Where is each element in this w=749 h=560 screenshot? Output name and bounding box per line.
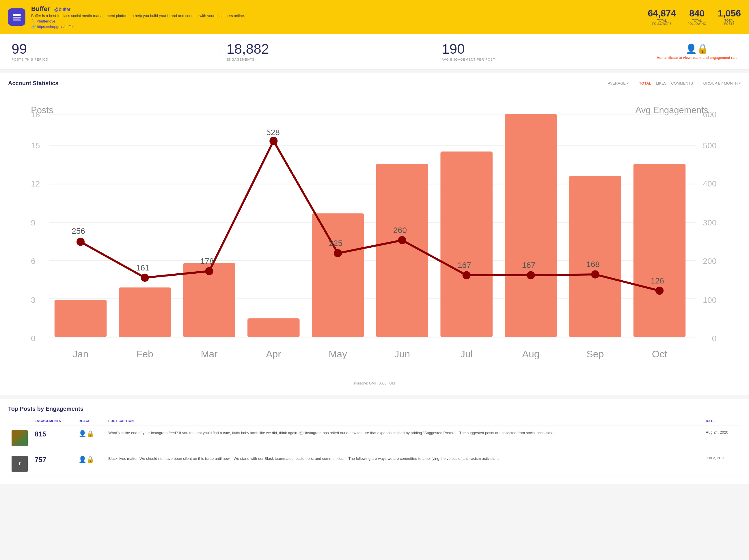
point-sep xyxy=(591,271,599,279)
header-stats: 64,874 TOTALFOLLOWERS 840 TOTALFOLLOWING… xyxy=(648,9,741,25)
following-number: 840 xyxy=(689,9,705,18)
x-jan: Jan xyxy=(73,348,89,359)
svg-text:9: 9 xyxy=(31,218,36,227)
account-statistics-section: Account Statistics AVERAGE ▾ | TOTAL LIK… xyxy=(0,73,749,395)
reach-lock-icon: 👤🔒 xyxy=(79,430,94,437)
following-label: TOTALFOLLOWING xyxy=(687,19,706,25)
svg-text:6: 6 xyxy=(31,256,36,265)
header: Buffer @buffer Buffer is a best-in-class… xyxy=(0,0,749,34)
point-apr xyxy=(270,137,277,145)
svg-text:15: 15 xyxy=(31,141,40,150)
brand-link[interactable]: 🔗 https://shopgr.id/buffer xyxy=(31,24,642,29)
brand-logo xyxy=(8,8,25,26)
svg-text:400: 400 xyxy=(703,179,716,188)
chevron-down-icon-2: ▾ xyxy=(739,81,741,85)
stat-divider-1 xyxy=(220,43,221,60)
stat-divider-3 xyxy=(651,43,651,60)
label-jan: 256 xyxy=(71,226,85,236)
top-posts-title: Top Posts by Engagements xyxy=(8,406,741,412)
bar-aug xyxy=(505,114,557,337)
x-jul: Jul xyxy=(460,348,473,359)
x-aug: Aug xyxy=(522,348,539,359)
bar-feb xyxy=(119,287,171,337)
posts-number: 99 xyxy=(12,42,215,56)
reach-cell: 👤🔒 xyxy=(75,451,105,477)
chart-wrapper: Posts 0 3 6 9 12 15 18 Avg Engagements 0… xyxy=(8,92,741,388)
label-apr: 528 xyxy=(266,128,280,137)
total-followers-stat: 64,874 TOTALFOLLOWERS xyxy=(648,9,676,25)
comments-control[interactable]: COMMENTS xyxy=(671,81,693,85)
average-dropdown[interactable]: AVERAGE ▾ xyxy=(608,81,629,85)
separator-1: | xyxy=(634,81,634,85)
svg-text:300: 300 xyxy=(703,218,716,227)
table-row: 815 👤🔒 What's at the end of your Instagr… xyxy=(8,425,741,451)
section-header: Account Statistics AVERAGE ▾ | TOTAL LIK… xyxy=(8,80,741,87)
separator-2: | xyxy=(698,81,699,85)
date-cell: Aug 24, 2020 xyxy=(703,425,741,451)
stat-divider-2 xyxy=(436,43,436,60)
bar-may xyxy=(312,213,364,337)
post-date: Aug 24, 2020 xyxy=(706,430,737,434)
total-posts-label: TOTALPOSTS xyxy=(724,19,734,25)
th-reach: REACH xyxy=(75,417,105,425)
post-date-2: Jun 2, 2020 xyxy=(706,456,737,460)
bar-oct xyxy=(634,164,685,337)
svg-rect-0 xyxy=(13,14,21,16)
group-by-label: GROUP BY MONTH xyxy=(703,81,738,85)
svg-text:200: 200 xyxy=(703,256,716,265)
svg-text:3: 3 xyxy=(31,295,36,304)
posts-this-period: 99 POSTS THIS PERIOD xyxy=(12,42,215,61)
svg-text:0: 0 xyxy=(31,334,36,343)
timezone-label: Timezone: GMT+0000 | GMT xyxy=(8,381,741,385)
post-thumbnail-cell xyxy=(8,425,31,451)
th-engagements: ENGAGEMENTS xyxy=(31,417,75,425)
engagement-number: 757 xyxy=(35,456,71,464)
post-caption-2: Black lives matter. We should not have b… xyxy=(108,456,699,461)
brand-description: Buffer is a best-in-class social media m… xyxy=(31,14,642,18)
chart-svg: Posts 0 3 6 9 12 15 18 Avg Engagements 0… xyxy=(8,101,741,378)
average-label: AVERAGE xyxy=(608,81,626,85)
x-apr: Apr xyxy=(266,348,281,359)
engagements-label: ENGAGEMENTS xyxy=(227,58,430,61)
total-posts-stat: 1,056 TOTALPOSTS xyxy=(718,9,741,25)
followers-number: 64,874 xyxy=(648,9,676,18)
svg-text:12: 12 xyxy=(31,179,40,188)
caption-cell: What's at the end of your Instagram feed… xyxy=(105,425,703,451)
bar-jan xyxy=(55,300,107,337)
x-sep: Sep xyxy=(586,348,604,359)
svg-rect-2 xyxy=(13,19,21,21)
total-posts-number: 1,056 xyxy=(718,9,741,18)
lock-icon: 👤🔒 xyxy=(685,43,709,54)
section-title: Account Statistics xyxy=(8,80,58,87)
chevron-down-icon: ▾ xyxy=(627,81,629,85)
followers-label: TOTALFOLLOWERS xyxy=(652,19,671,25)
avg-engagement-number: 190 xyxy=(442,42,645,56)
label-may: 225 xyxy=(329,238,342,248)
likes-control[interactable]: LIKES xyxy=(656,81,666,85)
label-jun: 260 xyxy=(393,225,407,235)
post-thumbnail: r xyxy=(12,456,28,472)
th-thumb xyxy=(8,417,31,425)
auth-text[interactable]: Authenticate to view reach, and engageme… xyxy=(657,56,737,60)
brand-hashtag: ✏️ #bufferlove xyxy=(31,19,642,23)
th-date: DATE xyxy=(703,417,741,425)
label-feb: 161 xyxy=(136,263,150,272)
svg-text:500: 500 xyxy=(703,141,716,150)
svg-text:100: 100 xyxy=(703,295,716,304)
total-control[interactable]: TOTAL xyxy=(639,81,651,85)
engagement-cell: 757 xyxy=(31,451,75,477)
label-jul: 167 xyxy=(458,260,471,270)
x-jun: Jun xyxy=(394,348,410,359)
period-stats: 99 POSTS THIS PERIOD 18,882 ENGAGEMENTS … xyxy=(0,34,749,69)
group-by-dropdown[interactable]: GROUP BY MONTH ▾ xyxy=(703,81,741,85)
posts-table: ENGAGEMENTS REACH POST CAPTION DATE 815 … xyxy=(8,417,741,477)
x-oct: Oct xyxy=(652,348,667,359)
auth-section: 👤🔒 Authenticate to view reach, and engag… xyxy=(657,43,737,60)
point-jul xyxy=(463,271,471,279)
avg-engagement-label: AVG ENGAGEMENT PER POST xyxy=(442,58,645,61)
bar-apr xyxy=(248,318,299,337)
point-may xyxy=(334,249,342,257)
x-feb: Feb xyxy=(136,348,153,359)
engagements-number: 18,882 xyxy=(227,42,430,56)
table-header: ENGAGEMENTS REACH POST CAPTION DATE xyxy=(8,417,741,425)
